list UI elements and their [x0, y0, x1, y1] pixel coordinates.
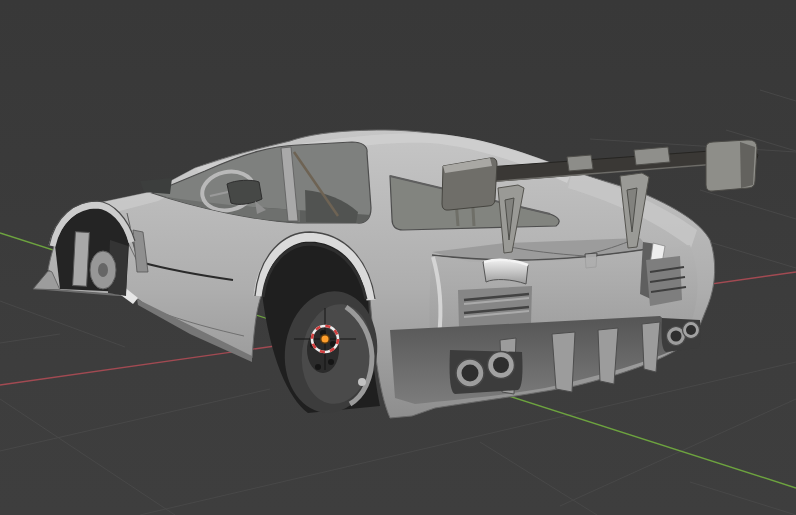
front-hub [98, 263, 108, 277]
far-side-mirror [140, 178, 172, 194]
exhaust-tip-4-hole [686, 325, 696, 335]
grid-line [590, 139, 796, 152]
grid-line [0, 389, 270, 451]
grid-line [690, 482, 796, 515]
side-mirror[interactable] [227, 180, 262, 204]
brake-nub [358, 378, 366, 386]
wing-mount-tab-1 [567, 155, 593, 171]
cursor-dot [322, 336, 329, 343]
wing-endplate-right-inner [740, 142, 755, 188]
grid-line [760, 90, 796, 101]
diffuser-fin-2 [552, 332, 575, 392]
exhaust-tip-2-hole [493, 357, 509, 373]
exhaust-tip-3-hole [671, 331, 682, 342]
car-model[interactable] [33, 130, 758, 418]
viewport-canvas[interactable] [0, 0, 796, 515]
diffuser-fin-3 [598, 328, 618, 384]
exhaust-tip-1-hole [462, 365, 479, 382]
grid-line [560, 399, 796, 506]
grid-line [0, 334, 60, 343]
front-strut [73, 232, 90, 287]
diffuser-fin-4 [642, 322, 660, 372]
lug-hole-4 [315, 364, 321, 370]
wing-mount-tab-2 [634, 147, 670, 165]
viewport-3d[interactable] [0, 0, 796, 515]
lug-hole-3 [328, 359, 334, 365]
grid-line [480, 442, 597, 515]
grid-line [700, 190, 796, 219]
